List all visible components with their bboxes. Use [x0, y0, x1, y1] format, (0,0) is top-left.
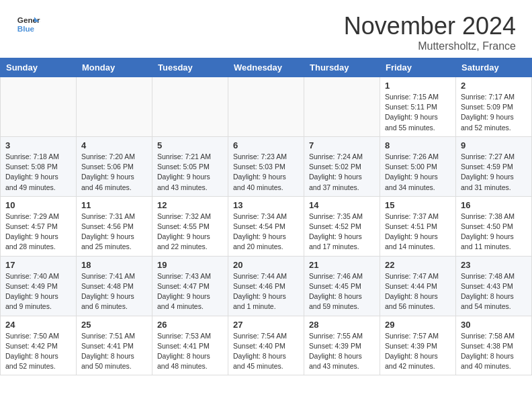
calendar-table: SundayMondayTuesdayWednesdayThursdayFrid… — [0, 58, 532, 375]
calendar-cell: 8Sunrise: 7:26 AM Sunset: 5:00 PM Daylig… — [380, 136, 456, 196]
calendar-cell: 12Sunrise: 7:32 AM Sunset: 4:55 PM Dayli… — [152, 196, 228, 256]
calendar-week-3: 10Sunrise: 7:29 AM Sunset: 4:57 PM Dayli… — [1, 196, 532, 256]
day-info: Sunrise: 7:48 AM Sunset: 4:43 PM Dayligh… — [461, 271, 527, 312]
location: Muttersholtz, France — [344, 40, 516, 52]
day-info: Sunrise: 7:20 AM Sunset: 5:06 PM Dayligh… — [81, 152, 147, 193]
day-info: Sunrise: 7:15 AM Sunset: 5:11 PM Dayligh… — [385, 92, 451, 133]
day-number: 20 — [233, 260, 299, 270]
calendar-cell: 11Sunrise: 7:31 AM Sunset: 4:56 PM Dayli… — [77, 196, 152, 256]
calendar-cell: 26Sunrise: 7:53 AM Sunset: 4:41 PM Dayli… — [152, 316, 228, 375]
calendar-cell: 20Sunrise: 7:44 AM Sunset: 4:46 PM Dayli… — [228, 256, 304, 316]
calendar-cell — [304, 77, 380, 137]
day-number: 4 — [81, 140, 147, 150]
calendar-cell: 24Sunrise: 7:50 AM Sunset: 4:42 PM Dayli… — [1, 316, 77, 375]
calendar-cell: 18Sunrise: 7:41 AM Sunset: 4:48 PM Dayli… — [77, 256, 152, 316]
day-number: 13 — [233, 200, 299, 210]
calendar-cell: 9Sunrise: 7:27 AM Sunset: 4:59 PM Daylig… — [456, 136, 532, 196]
day-number: 16 — [461, 200, 527, 210]
day-info: Sunrise: 7:31 AM Sunset: 4:56 PM Dayligh… — [81, 212, 147, 253]
calendar-cell: 28Sunrise: 7:55 AM Sunset: 4:39 PM Dayli… — [304, 316, 380, 375]
day-number: 26 — [157, 320, 223, 330]
calendar-week-5: 24Sunrise: 7:50 AM Sunset: 4:42 PM Dayli… — [1, 316, 532, 375]
calendar-cell: 23Sunrise: 7:48 AM Sunset: 4:43 PM Dayli… — [456, 256, 532, 316]
day-info: Sunrise: 7:37 AM Sunset: 4:51 PM Dayligh… — [385, 212, 451, 253]
weekday-header-wednesday: Wednesday — [228, 58, 304, 77]
day-info: Sunrise: 7:26 AM Sunset: 5:00 PM Dayligh… — [385, 152, 451, 193]
day-info: Sunrise: 7:51 AM Sunset: 4:41 PM Dayligh… — [81, 331, 147, 372]
calendar-cell: 13Sunrise: 7:34 AM Sunset: 4:54 PM Dayli… — [228, 196, 304, 256]
day-number: 21 — [309, 260, 375, 270]
day-number: 23 — [461, 260, 527, 270]
day-number: 2 — [461, 81, 527, 91]
calendar-week-2: 3Sunrise: 7:18 AM Sunset: 5:08 PM Daylig… — [1, 136, 532, 196]
calendar-cell — [1, 77, 77, 137]
calendar-body: 1Sunrise: 7:15 AM Sunset: 5:11 PM Daylig… — [1, 77, 532, 375]
day-number: 28 — [309, 320, 375, 330]
day-number: 12 — [157, 200, 223, 210]
svg-text:Blue: Blue — [17, 24, 35, 33]
day-number: 30 — [461, 320, 527, 330]
calendar-cell — [152, 77, 228, 137]
calendar-cell: 6Sunrise: 7:23 AM Sunset: 5:03 PM Daylig… — [228, 136, 304, 196]
day-info: Sunrise: 7:46 AM Sunset: 4:45 PM Dayligh… — [309, 271, 375, 312]
day-info: Sunrise: 7:58 AM Sunset: 4:38 PM Dayligh… — [461, 331, 527, 372]
day-info: Sunrise: 7:17 AM Sunset: 5:09 PM Dayligh… — [461, 92, 527, 133]
day-number: 5 — [157, 140, 223, 150]
calendar-cell: 30Sunrise: 7:58 AM Sunset: 4:38 PM Dayli… — [456, 316, 532, 375]
weekday-header-sunday: Sunday — [1, 58, 77, 77]
day-info: Sunrise: 7:44 AM Sunset: 4:46 PM Dayligh… — [233, 271, 299, 312]
day-number: 22 — [385, 260, 451, 270]
calendar-cell: 15Sunrise: 7:37 AM Sunset: 4:51 PM Dayli… — [380, 196, 456, 256]
weekday-header-friday: Friday — [380, 58, 456, 77]
day-info: Sunrise: 7:40 AM Sunset: 4:49 PM Dayligh… — [5, 271, 71, 312]
day-number: 24 — [5, 320, 71, 330]
day-number: 14 — [309, 200, 375, 210]
day-number: 6 — [233, 140, 299, 150]
day-info: Sunrise: 7:34 AM Sunset: 4:54 PM Dayligh… — [233, 212, 299, 253]
logo: General Blue — [16, 12, 43, 36]
calendar-cell: 1Sunrise: 7:15 AM Sunset: 5:11 PM Daylig… — [380, 77, 456, 137]
day-info: Sunrise: 7:21 AM Sunset: 5:05 PM Dayligh… — [157, 152, 223, 193]
weekday-header-monday: Monday — [77, 58, 152, 77]
calendar-cell: 2Sunrise: 7:17 AM Sunset: 5:09 PM Daylig… — [456, 77, 532, 137]
day-info: Sunrise: 7:47 AM Sunset: 4:44 PM Dayligh… — [385, 271, 451, 312]
calendar-cell: 21Sunrise: 7:46 AM Sunset: 4:45 PM Dayli… — [304, 256, 380, 316]
day-number: 3 — [5, 140, 71, 150]
weekday-header-saturday: Saturday — [456, 58, 532, 77]
day-number: 9 — [461, 140, 527, 150]
calendar-cell: 25Sunrise: 7:51 AM Sunset: 4:41 PM Dayli… — [77, 316, 152, 375]
logo-icon: General Blue — [16, 12, 40, 36]
day-info: Sunrise: 7:24 AM Sunset: 5:02 PM Dayligh… — [309, 152, 375, 193]
day-info: Sunrise: 7:23 AM Sunset: 5:03 PM Dayligh… — [233, 152, 299, 193]
day-number: 15 — [385, 200, 451, 210]
day-number: 11 — [81, 200, 147, 210]
day-number: 29 — [385, 320, 451, 330]
calendar-cell — [77, 77, 152, 137]
day-number: 7 — [309, 140, 375, 150]
day-number: 25 — [81, 320, 147, 330]
day-number: 1 — [385, 81, 451, 91]
calendar-cell: 22Sunrise: 7:47 AM Sunset: 4:44 PM Dayli… — [380, 256, 456, 316]
calendar-cell: 10Sunrise: 7:29 AM Sunset: 4:57 PM Dayli… — [1, 196, 77, 256]
day-number: 10 — [5, 200, 71, 210]
calendar-week-1: 1Sunrise: 7:15 AM Sunset: 5:11 PM Daylig… — [1, 77, 532, 137]
weekday-header-tuesday: Tuesday — [152, 58, 228, 77]
day-info: Sunrise: 7:57 AM Sunset: 4:39 PM Dayligh… — [385, 331, 451, 372]
calendar-cell: 5Sunrise: 7:21 AM Sunset: 5:05 PM Daylig… — [152, 136, 228, 196]
day-info: Sunrise: 7:27 AM Sunset: 4:59 PM Dayligh… — [461, 152, 527, 193]
day-number: 8 — [385, 140, 451, 150]
weekday-header-thursday: Thursday — [304, 58, 380, 77]
day-info: Sunrise: 7:54 AM Sunset: 4:40 PM Dayligh… — [233, 331, 299, 372]
day-info: Sunrise: 7:32 AM Sunset: 4:55 PM Dayligh… — [157, 212, 223, 253]
day-info: Sunrise: 7:29 AM Sunset: 4:57 PM Dayligh… — [5, 212, 71, 253]
day-number: 27 — [233, 320, 299, 330]
day-info: Sunrise: 7:43 AM Sunset: 4:47 PM Dayligh… — [157, 271, 223, 312]
month-title: November 2024 — [344, 12, 516, 40]
calendar-cell: 27Sunrise: 7:54 AM Sunset: 4:40 PM Dayli… — [228, 316, 304, 375]
day-info: Sunrise: 7:18 AM Sunset: 5:08 PM Dayligh… — [5, 152, 71, 193]
title-block: November 2024 Muttersholtz, France — [344, 12, 516, 52]
calendar-cell: 14Sunrise: 7:35 AM Sunset: 4:52 PM Dayli… — [304, 196, 380, 256]
calendar-cell: 16Sunrise: 7:38 AM Sunset: 4:50 PM Dayli… — [456, 196, 532, 256]
day-info: Sunrise: 7:50 AM Sunset: 4:42 PM Dayligh… — [5, 331, 71, 372]
calendar-cell: 3Sunrise: 7:18 AM Sunset: 5:08 PM Daylig… — [1, 136, 77, 196]
